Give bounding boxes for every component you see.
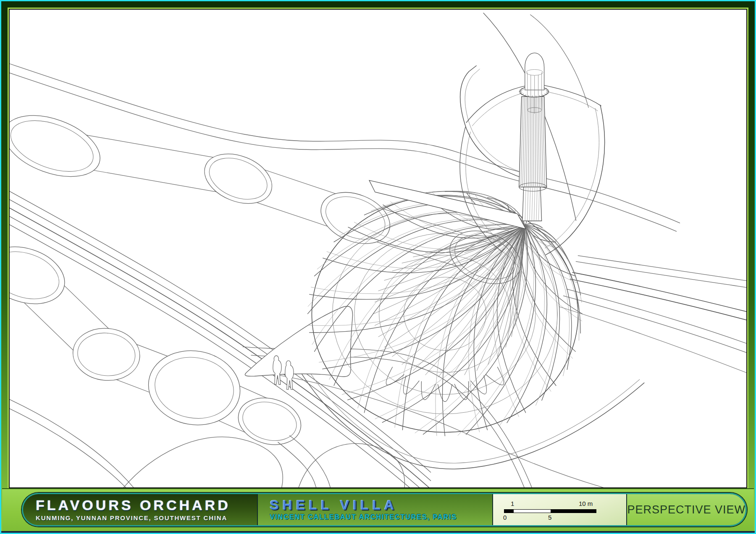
- title-block: FLAVOURS ORCHARD KUNMING, YUNNAN PROVINC…: [22, 493, 747, 526]
- villa-name: SHELL VILLA: [270, 498, 492, 513]
- pond-chains: [10, 104, 528, 487]
- view-label: PERSPECTIVE VIEW: [627, 503, 746, 516]
- scale-label-1: 1: [511, 500, 514, 507]
- view-section: PERSPECTIVE VIEW: [626, 494, 746, 525]
- scale-segment-black-1: [504, 510, 514, 513]
- scale-bar-track: [504, 509, 596, 513]
- drawing-canvas: [9, 9, 747, 488]
- presentation-board: FLAVOURS ORCHARD KUNMING, YUNNAN PROVINC…: [0, 0, 756, 534]
- site-roads: [10, 63, 746, 487]
- firm-name: VINCENT CALLEBAUT ARCHITECTURES, PARIS: [270, 513, 492, 521]
- scale-label-10m: 10 m: [579, 500, 593, 507]
- project-section: FLAVOURS ORCHARD KUNMING, YUNNAN PROVINC…: [23, 494, 257, 525]
- scale-label-0: 0: [503, 514, 507, 521]
- perspective-drawing: [10, 10, 746, 487]
- scale-label-5: 5: [548, 514, 551, 521]
- frame-bottom-line: [1, 531, 755, 533]
- scale-section: 1 10 m 0 5: [492, 494, 626, 525]
- scale-segment-white: [514, 510, 551, 513]
- project-title: FLAVOURS ORCHARD: [36, 498, 257, 513]
- turbine-mast: [519, 53, 549, 221]
- scale-bar: 1 10 m 0 5: [504, 502, 605, 521]
- villa-section: SHELL VILLA VINCENT CALLEBAUT ARCHITECTU…: [257, 494, 492, 525]
- scale-segment-black-2: [551, 510, 596, 513]
- footer-band: FLAVOURS ORCHARD KUNMING, YUNNAN PROVINC…: [2, 488, 754, 531]
- project-location: KUNMING, YUNNAN PROVINCE, SOUTHWEST CHIN…: [36, 514, 257, 521]
